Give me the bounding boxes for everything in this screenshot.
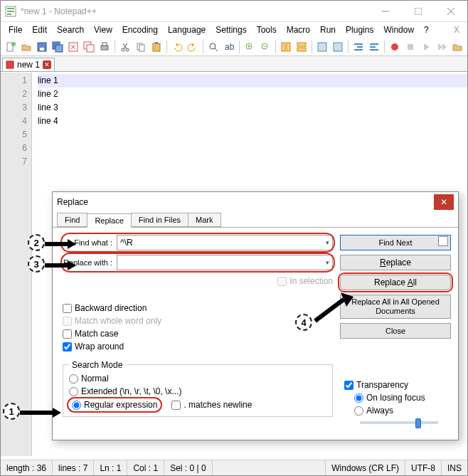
annotation-3: 3 [28, 255, 45, 273]
wrap-icon[interactable] [315, 40, 329, 54]
close-all-icon[interactable] [82, 40, 96, 54]
dot-newline-check[interactable]: . matches newline [171, 400, 252, 410]
tab-find[interactable]: Find [57, 213, 87, 227]
backward-check[interactable]: Backward direction [63, 303, 333, 313]
match-case-check[interactable]: Match case [63, 329, 333, 339]
mode-normal[interactable]: Normal [69, 374, 326, 384]
wrap2-icon[interactable] [331, 40, 345, 54]
editor-tab[interactable]: new 1 ✕ [2, 58, 55, 71]
tab-close-icon[interactable]: ✕ [43, 60, 51, 69]
undo-icon[interactable] [170, 40, 184, 54]
status-ln: Ln : 1 [94, 460, 127, 475]
minimize-button[interactable] [369, 1, 402, 22]
tab-find-in-files[interactable]: Find in Files [131, 213, 188, 227]
transparency-check[interactable]: Transparency [344, 380, 451, 390]
status-sel: Sel : 0 | 0 [164, 460, 212, 475]
close-button[interactable] [435, 1, 467, 22]
close-file-icon[interactable] [66, 40, 80, 54]
zoom-in-icon[interactable] [243, 40, 257, 54]
menu-run[interactable]: Run [315, 23, 341, 36]
replace-dialog: Replace ✕ Find Replace Find in Files Mar… [52, 191, 459, 440]
macro-record-icon[interactable] [388, 40, 402, 54]
find-input[interactable]: ^\R ▾ [117, 235, 333, 250]
menu-plugins[interactable]: Plugins [341, 23, 378, 36]
macro-stop-icon[interactable] [403, 40, 418, 54]
status-encoding: UTF-8 [405, 460, 442, 475]
chevron-down-icon[interactable]: ▾ [326, 259, 329, 266]
annotation-arrow-4 [312, 292, 355, 326]
sync-v-icon[interactable] [279, 40, 293, 54]
menu-extra-x[interactable]: X [449, 23, 464, 36]
chevron-down-icon[interactable]: ▾ [326, 239, 329, 246]
status-eol: Windows (CR LF) [326, 460, 405, 475]
outdent-icon[interactable] [367, 40, 381, 54]
svg-line-30 [215, 48, 218, 51]
app-icon [5, 6, 16, 17]
zoom-out-icon[interactable] [258, 40, 272, 54]
menu-help[interactable]: ? [419, 23, 434, 36]
macro-play-multi-icon[interactable] [435, 40, 449, 54]
replace-button[interactable]: Replace [340, 255, 451, 270]
annotation-arrow-2 [45, 239, 76, 251]
replace-all-docs-button[interactable]: Replace All in All Opened Documents [340, 295, 451, 319]
transparency-slider[interactable] [360, 421, 438, 424]
folder-icon[interactable] [450, 40, 464, 54]
pin-checkbox[interactable] [438, 236, 448, 246]
svg-rect-39 [297, 43, 306, 46]
statusbar: length : 36 lines : 7 Ln : 1 Col : 1 Sel… [1, 460, 467, 475]
cut-icon[interactable] [118, 40, 132, 54]
annotation-2: 2 [28, 234, 45, 251]
print-icon[interactable] [97, 40, 112, 54]
transp-always[interactable]: Always [354, 406, 451, 416]
annotation-arrow-1 [20, 408, 61, 420]
find-next-button[interactable]: Find Next [340, 235, 451, 250]
menu-edit[interactable]: Edit [27, 23, 52, 36]
tab-replace[interactable]: Replace [87, 213, 131, 228]
wrap-check[interactable]: Wrap around [63, 342, 333, 351]
annotation-1: 1 [3, 403, 20, 420]
paste-icon[interactable] [149, 40, 164, 54]
svg-rect-50 [408, 44, 413, 50]
replace-input[interactable]: ▾ [117, 255, 333, 270]
svg-rect-38 [287, 43, 290, 51]
svg-rect-2 [7, 11, 14, 12]
sync-h-icon[interactable] [294, 40, 309, 54]
macro-play-icon[interactable] [419, 40, 433, 54]
dirty-file-icon [6, 60, 14, 69]
close-dialog-button[interactable]: Close [340, 323, 451, 339]
editor-tab-label: new 1 [17, 60, 40, 70]
menu-settings[interactable]: Settings [211, 23, 251, 36]
mode-regex[interactable]: Regular expression [69, 399, 160, 411]
mode-extended[interactable]: Extended (\n, \r, \t, \0, \x...) [69, 386, 326, 396]
svg-rect-27 [153, 43, 160, 51]
menu-language[interactable]: Language [163, 23, 211, 36]
tab-mark[interactable]: Mark [188, 213, 220, 227]
menu-encoding[interactable]: Encoding [117, 23, 163, 36]
maximize-button[interactable] [402, 1, 435, 22]
menu-file[interactable]: File [4, 23, 27, 36]
svg-rect-20 [102, 43, 107, 46]
new-file-icon[interactable] [4, 40, 18, 54]
svg-line-23 [124, 43, 127, 48]
menu-macro[interactable]: Macro [282, 23, 315, 36]
transp-losing-focus[interactable]: On losing focus [354, 393, 451, 403]
save-icon[interactable] [35, 40, 49, 54]
dialog-title: Replace [57, 197, 434, 207]
menu-search[interactable]: Search [52, 23, 89, 36]
menu-tools[interactable]: Tools [252, 23, 282, 36]
find-icon[interactable] [206, 40, 220, 54]
svg-rect-5 [415, 8, 422, 15]
copy-icon[interactable] [134, 40, 148, 54]
whole-word-check: Match whole word only [63, 316, 333, 326]
menu-view[interactable]: View [89, 23, 117, 36]
save-all-icon[interactable] [50, 40, 65, 54]
svg-rect-3 [7, 14, 11, 15]
indent-icon[interactable] [351, 40, 366, 54]
dialog-close-button[interactable]: ✕ [434, 194, 454, 210]
replace-all-button[interactable]: Replace All [340, 275, 451, 290]
menu-window[interactable]: Window [378, 23, 419, 36]
open-file-icon[interactable] [19, 40, 33, 54]
replace-icon[interactable]: ab [222, 40, 236, 54]
redo-icon[interactable] [186, 40, 200, 54]
svg-rect-51 [6, 61, 14, 68]
